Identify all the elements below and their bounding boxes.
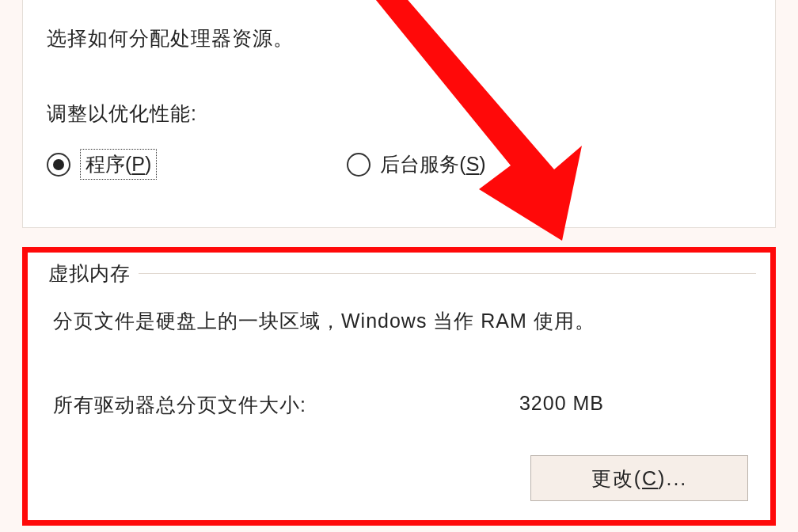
radio-programs-label: 程序(P) (80, 149, 157, 180)
radio-background-label: 后台服务(S) (380, 151, 485, 177)
radio-icon (347, 153, 370, 177)
radio-programs[interactable]: 程序(P) (47, 149, 157, 180)
processor-scheduling-panel: 选择如何分配处理器资源。 调整以优化性能: 程序(P) 后台服务(S) (22, 0, 776, 228)
fieldset-line (139, 273, 756, 274)
optimize-label: 调整以优化性能: (47, 101, 751, 127)
virtual-memory-panel: 虚拟内存 分页文件是硬盘上的一块区域，Windows 当作 RAM 使用。 所有… (22, 247, 776, 526)
radio-group: 程序(P) 后台服务(S) (47, 149, 751, 180)
radio-icon (47, 153, 70, 177)
paging-size-value: 3200 MB (519, 392, 739, 418)
radio-background-services[interactable]: 后台服务(S) (347, 151, 485, 177)
virtual-memory-legend: 虚拟内存 (42, 260, 137, 287)
change-button[interactable]: 更改(C)... (530, 455, 748, 501)
virtual-memory-description: 分页文件是硬盘上的一块区域，Windows 当作 RAM 使用。 (53, 308, 595, 334)
paging-size-row: 所有驱动器总分页文件大小: 3200 MB (53, 392, 739, 418)
processor-description: 选择如何分配处理器资源。 (47, 25, 751, 51)
paging-size-label: 所有驱动器总分页文件大小: (53, 392, 306, 418)
